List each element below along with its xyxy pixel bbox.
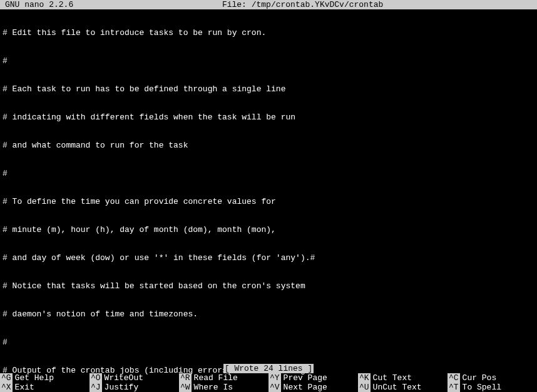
file-line: # Each task to run has to be defined thr… (3, 84, 534, 94)
shortcut-label: Get Help (15, 373, 54, 383)
file-line: # indicating with different fields when … (3, 113, 534, 122)
shortcut-get-help[interactable]: ^G Get Help (0, 373, 90, 383)
shortcut-prev-page[interactable]: ^Y Prev Page (268, 373, 358, 383)
shortcut-writeout[interactable]: ^O WriteOut (90, 373, 179, 383)
shortcut-key: ^Y (268, 373, 281, 383)
app-name: GNU nano 2.2.6 (5, 0, 73, 9)
shortcut-key: ^K (358, 373, 371, 383)
shortcut-key: ^R (179, 373, 192, 383)
shortcut-row: ^G Get Help ^O WriteOut ^R Read File ^Y … (0, 373, 537, 383)
shortcut-key: ^O (90, 373, 102, 383)
file-line: # daemon's notion of time and timezones. (3, 309, 534, 319)
status-message: [ Wrote 24 lines ] (223, 364, 314, 373)
shortcut-label: UnCut Text (373, 383, 422, 392)
shortcut-label: Justify (105, 383, 139, 392)
shortcut-label: Cut Text (373, 373, 412, 383)
shortcut-where-is[interactable]: ^W Where Is (179, 383, 268, 392)
shortcut-uncut-text[interactable]: ^U UnCut Text (358, 383, 447, 392)
shortcut-label: Where Is (194, 383, 233, 392)
shortcut-label: Prev Page (284, 373, 327, 383)
shortcut-justify[interactable]: ^J Justify (90, 383, 179, 392)
shortcut-key: ^G (0, 373, 13, 383)
shortcut-cur-pos[interactable]: ^C Cur Pos (447, 373, 537, 383)
shortcut-label: To Spell (463, 383, 501, 392)
file-line: # (3, 56, 534, 66)
file-line: # To define the time you can provide con… (3, 197, 534, 206)
shortcut-read-file[interactable]: ^R Read File (179, 373, 268, 383)
file-line: # and what command to run for the task (3, 141, 534, 150)
status-bar: [ Wrote 24 lines ] (0, 364, 537, 373)
shortcut-cut-text[interactable]: ^K Cut Text (358, 373, 447, 383)
shortcut-key: ^V (268, 383, 281, 392)
file-line: # Edit this file to introduce tasks to b… (3, 28, 534, 38)
shortcut-label: Next Page (284, 383, 327, 392)
shortcut-exit[interactable]: ^X Exit (0, 383, 90, 392)
shortcut-to-spell[interactable]: ^T To Spell (447, 383, 537, 392)
file-line: # minute (m), hour (h), day of month (do… (3, 225, 534, 234)
shortcut-key: ^W (179, 383, 192, 392)
shortcuts-bar: ^G Get Help ^O WriteOut ^R Read File ^Y … (0, 373, 537, 392)
shortcut-label: Cur Pos (463, 373, 497, 383)
shortcut-key: ^U (358, 383, 371, 392)
shortcut-label: Read File (194, 373, 238, 383)
shortcut-key: ^T (447, 383, 460, 392)
file-line: # (3, 338, 534, 347)
shortcut-next-page[interactable]: ^V Next Page (268, 383, 358, 392)
shortcut-label: WriteOut (105, 373, 143, 383)
file-line: # and day of week (dow) or use '*' in th… (3, 253, 534, 263)
file-line: # Notice that tasks will be started base… (3, 281, 534, 291)
editor-header: GNU nano 2.2.6 File: /tmp/crontab.YKvDCv… (0, 0, 537, 9)
shortcut-key: ^C (447, 373, 460, 383)
shortcut-key: ^J (90, 383, 102, 392)
shortcut-key: ^X (0, 383, 13, 392)
shortcut-label: Exit (15, 383, 34, 392)
file-line: # (3, 169, 534, 178)
file-path: File: /tmp/crontab.YKvDCv/crontab (73, 0, 532, 9)
shortcut-row: ^X Exit ^J Justify ^W Where Is ^V Next P… (0, 383, 537, 392)
editor-content[interactable]: # Edit this file to introduce tasks to b… (0, 9, 537, 392)
